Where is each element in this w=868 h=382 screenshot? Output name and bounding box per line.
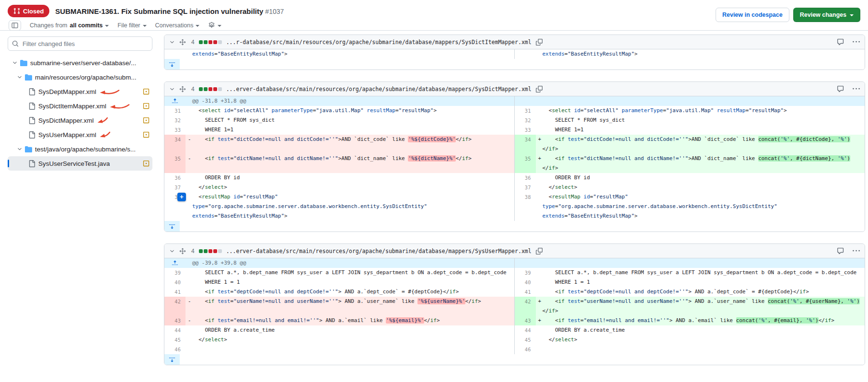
diff-row: 35- <if test="dictName!=null and dictNam… xyxy=(164,154,865,173)
line-number[interactable]: 39 xyxy=(515,268,536,278)
file-tree-toggle-button[interactable] xyxy=(9,20,21,31)
line-number[interactable]: 31 xyxy=(515,106,536,116)
line-number[interactable]: 31 xyxy=(164,106,185,116)
line-number[interactable]: 39 xyxy=(164,268,185,278)
tree-folder-row[interactable]: submarine-server/server-database/... xyxy=(8,56,152,70)
line-number[interactable]: 35 xyxy=(515,154,536,173)
file-path[interactable]: ...erver-database/src/main/resources/org… xyxy=(226,248,532,255)
diff-row: 43- <if test="email!=null and email!=''"… xyxy=(164,316,865,325)
search-icon xyxy=(12,40,19,47)
expand-up-icon[interactable] xyxy=(172,98,178,104)
collapse-file-chevron-icon[interactable] xyxy=(169,39,175,45)
file-filter-dropdown[interactable]: File filter xyxy=(117,22,146,29)
diff-row: 38 <resultMap id="resultMap"+38 <resultM… xyxy=(164,192,865,202)
tree-file-row[interactable]: SysDeptMapper.xml xyxy=(8,84,152,99)
line-number[interactable]: 40 xyxy=(164,278,185,287)
line-number[interactable]: 46 xyxy=(515,345,536,354)
tree-folder-row[interactable]: test/java/org/apache/submarine/s... xyxy=(8,142,152,156)
code-text: <if test="dictName!=null and dictName!='… xyxy=(192,154,472,163)
copy-icon[interactable] xyxy=(536,39,543,46)
tree-file-row[interactable]: SysDictMapper.xml xyxy=(8,113,152,127)
expand-down-button[interactable] xyxy=(164,354,180,365)
diff-block xyxy=(204,249,208,253)
annotation-arrow xyxy=(99,132,111,139)
line-number[interactable]: 44 xyxy=(164,325,185,335)
line-number[interactable]: 41 xyxy=(515,287,536,297)
code-line: </if> xyxy=(536,306,865,316)
diff-settings-dropdown[interactable] xyxy=(208,22,221,29)
line-number[interactable] xyxy=(164,49,185,59)
line-number[interactable]: 33 xyxy=(164,125,185,135)
line-number[interactable]: 45 xyxy=(164,335,185,345)
collapse-file-chevron-icon[interactable] xyxy=(169,86,175,92)
line-number[interactable]: 45 xyxy=(515,335,536,345)
drag-handle-icon[interactable] xyxy=(179,39,186,46)
expand-down-button[interactable] xyxy=(164,59,180,69)
code-line: + <if test="email!=null and email!=''"> … xyxy=(536,316,865,325)
tree-file-row[interactable]: SysUserMapper.xml xyxy=(8,127,152,142)
line-number[interactable]: 34 xyxy=(515,135,536,154)
comment-icon[interactable] xyxy=(837,38,844,46)
conversations-label: Conversations xyxy=(155,22,194,29)
code-text: <resultMap id="resultMap" xyxy=(543,192,628,202)
code-line: type="org.apache.submarine.server.databa… xyxy=(536,202,865,211)
line-number[interactable] xyxy=(515,211,536,221)
changes-count: 4 xyxy=(191,86,195,93)
copy-icon[interactable] xyxy=(536,86,543,93)
line-number[interactable]: 42 xyxy=(164,297,185,316)
code-cell: extends="BaseEntityResultMap"> xyxy=(185,49,514,59)
line-number[interactable]: 46 xyxy=(164,345,185,354)
line-number[interactable]: 36 xyxy=(515,173,536,183)
kebab-menu-icon[interactable] xyxy=(853,85,860,93)
line-number[interactable]: 43 xyxy=(515,316,536,325)
line-number[interactable]: 42 xyxy=(515,297,536,316)
copy-icon[interactable] xyxy=(536,248,543,255)
tree-folder-row[interactable]: main/resources/org/apache/subm... xyxy=(8,70,152,84)
line-number[interactable] xyxy=(515,202,536,211)
file-path[interactable]: ...erver-database/src/main/resources/org… xyxy=(226,86,532,93)
add-comment-button[interactable]: + xyxy=(177,193,186,201)
collapse-file-chevron-icon[interactable] xyxy=(169,248,175,254)
line-number[interactable]: 44 xyxy=(515,325,536,335)
conversations-dropdown[interactable]: Conversations xyxy=(155,22,200,29)
line-number[interactable]: 32 xyxy=(515,116,536,125)
diff-block xyxy=(218,40,222,44)
expand-down-button[interactable] xyxy=(164,221,180,232)
drag-handle-icon[interactable] xyxy=(179,248,186,255)
line-number[interactable]: 40 xyxy=(515,278,536,287)
comment-icon[interactable] xyxy=(837,247,844,255)
tree-file-row[interactable]: SysDictItemMapper.xml xyxy=(8,99,152,113)
code-text: <if test="userName!=null and userName!='… xyxy=(192,297,481,306)
line-number[interactable]: 35 xyxy=(164,154,185,173)
expand-up-icon[interactable] xyxy=(172,260,178,266)
kebab-menu-icon[interactable] xyxy=(853,38,860,46)
comment-icon[interactable] xyxy=(837,85,844,93)
annotation-arrow xyxy=(96,117,109,124)
diff-marker xyxy=(536,183,543,192)
line-number[interactable]: 37 xyxy=(164,183,185,192)
line-number[interactable]: 34 xyxy=(164,135,185,154)
chevron-down-icon xyxy=(16,73,23,81)
code-line: - <if test="userName!=null and userName!… xyxy=(185,297,514,306)
changes-from-dropdown[interactable]: Changes from all commits xyxy=(30,22,109,29)
line-number[interactable] xyxy=(515,49,536,59)
line-number[interactable]: 32 xyxy=(164,116,185,125)
review-in-codespace-button[interactable]: Review in codespace xyxy=(716,8,789,22)
filter-files-input[interactable] xyxy=(8,36,152,51)
review-changes-button[interactable]: Review changes xyxy=(793,8,860,22)
diff-panels: 4...r-database/src/main/resources/org/ap… xyxy=(160,31,868,382)
line-number[interactable]: 43 xyxy=(164,316,185,325)
drag-handle-icon[interactable] xyxy=(179,86,186,93)
line-number[interactable]: 36 xyxy=(164,173,185,183)
line-number[interactable] xyxy=(164,211,185,221)
file-path[interactable]: ...r-database/src/main/resources/org/apa… xyxy=(226,39,532,46)
kebab-menu-icon[interactable] xyxy=(853,247,860,255)
line-number[interactable]: 37 xyxy=(515,183,536,192)
line-number[interactable] xyxy=(164,202,185,211)
code-text: ORDER BY a.create_time xyxy=(192,325,275,335)
line-number[interactable]: 41 xyxy=(164,287,185,297)
code-cell: </select> xyxy=(185,183,514,192)
line-number[interactable]: 38 xyxy=(515,192,536,202)
line-number[interactable]: 33 xyxy=(515,125,536,135)
tree-file-row[interactable]: SysUserServiceTest.java xyxy=(8,156,152,171)
